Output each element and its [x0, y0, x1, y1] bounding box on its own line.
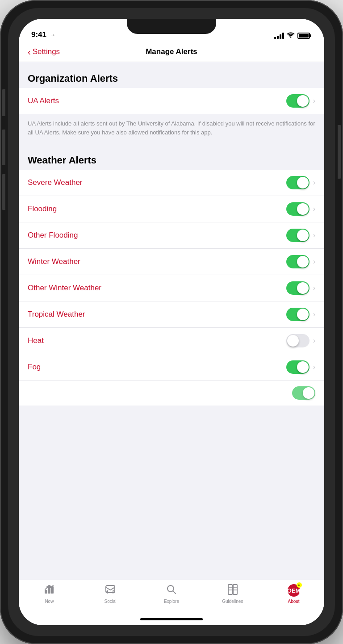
svg-rect-7	[233, 585, 237, 594]
phone-inner: 9:41 →	[8, 8, 335, 636]
now-icon	[43, 584, 55, 597]
page-title: Manage Alerts	[146, 47, 197, 56]
other-flooding-controls: ›	[286, 229, 315, 242]
tropical-weather-item[interactable]: Tropical Weather ›	[19, 301, 324, 328]
about-icon: OEM ✦	[287, 584, 301, 597]
ua-alerts-controls: ›	[286, 94, 315, 108]
weather-section-header: Weather Alerts	[19, 144, 324, 170]
heat-toggle[interactable]	[286, 334, 310, 347]
home-indicator	[19, 613, 324, 625]
tab-social[interactable]: Social	[80, 584, 141, 604]
org-section-header: Organization Alerts	[19, 62, 324, 88]
winter-weather-controls: ›	[286, 255, 315, 268]
org-alerts-list: UA Alerts ›	[19, 88, 324, 114]
ua-alerts-toggle[interactable]	[286, 94, 310, 108]
next-item-partial	[19, 381, 324, 406]
home-bar	[140, 618, 203, 620]
navigation-bar: ‹ Settings Manage Alerts	[19, 43, 324, 62]
winter-weather-toggle[interactable]	[286, 255, 310, 268]
other-flooding-item[interactable]: Other Flooding ›	[19, 222, 324, 249]
other-flooding-chevron-icon: ›	[313, 231, 315, 239]
svg-rect-6	[228, 585, 232, 594]
screen: 9:41 →	[19, 19, 324, 625]
next-item-toggle	[292, 386, 315, 400]
ua-alerts-chevron-icon: ›	[313, 97, 315, 105]
severe-weather-toggle[interactable]	[286, 176, 310, 189]
severe-weather-label: Severe Weather	[28, 178, 83, 187]
heat-controls: ›	[286, 334, 315, 347]
ua-alerts-description: UA Alerts include all alerts sent out by…	[28, 119, 315, 137]
silent-switch	[2, 174, 5, 210]
tropical-weather-controls: ›	[286, 308, 315, 321]
tropical-weather-chevron-icon: ›	[313, 310, 315, 318]
winter-weather-chevron-icon: ›	[313, 258, 315, 266]
fog-chevron-icon: ›	[313, 363, 315, 371]
ua-alerts-label: UA Alerts	[28, 96, 59, 105]
social-tab-label: Social	[105, 599, 117, 604]
now-tab-label: Now	[45, 599, 54, 604]
ua-alerts-item[interactable]: UA Alerts ›	[19, 88, 324, 114]
heat-label: Heat	[28, 336, 44, 345]
org-alerts-section: Organization Alerts UA Alerts ›	[19, 62, 324, 144]
guidelines-icon	[227, 584, 238, 597]
about-tab-label: About	[288, 599, 300, 604]
guidelines-tab-label: Guidelines	[222, 599, 243, 604]
tropical-weather-toggle[interactable]	[286, 308, 310, 321]
signal-icon	[274, 33, 284, 39]
power-button	[338, 125, 341, 179]
fog-toggle[interactable]	[286, 360, 310, 374]
status-icons	[274, 32, 310, 39]
fog-label: Fog	[28, 363, 41, 372]
toggle-knob	[297, 95, 309, 107]
flooding-chevron-icon: ›	[313, 205, 315, 213]
back-chevron-icon: ‹	[28, 47, 31, 57]
phone-frame: 9:41 →	[0, 0, 343, 644]
volume-down-button	[2, 130, 5, 165]
battery-icon	[297, 33, 310, 39]
flooding-item[interactable]: Flooding ›	[19, 196, 324, 222]
weather-alerts-section: Weather Alerts Severe Weather ›	[19, 144, 324, 406]
back-button[interactable]: ‹ Settings	[28, 47, 60, 57]
severe-weather-chevron-icon: ›	[313, 179, 315, 187]
flooding-label: Flooding	[28, 205, 57, 213]
social-icon	[105, 584, 116, 597]
tab-about[interactable]: OEM ✦ About	[263, 584, 324, 604]
tab-guidelines[interactable]: Guidelines	[202, 584, 263, 604]
tropical-weather-label: Tropical Weather	[28, 310, 85, 319]
fog-controls: ›	[286, 360, 315, 374]
winter-weather-item[interactable]: Winter Weather ›	[19, 249, 324, 275]
volume-up-button	[2, 89, 5, 116]
tab-now[interactable]: Now	[19, 584, 80, 604]
explore-tab-label: Explore	[164, 599, 179, 604]
notch	[127, 19, 216, 34]
next-item-controls	[292, 386, 315, 400]
severe-weather-controls: ›	[286, 176, 315, 189]
severe-weather-item[interactable]: Severe Weather ›	[19, 170, 324, 196]
other-winter-weather-chevron-icon: ›	[313, 284, 315, 292]
flooding-toggle[interactable]	[286, 202, 310, 216]
other-winter-weather-item[interactable]: Other Winter Weather ›	[19, 275, 324, 301]
flooding-controls: ›	[286, 202, 315, 216]
other-winter-weather-label: Other Winter Weather	[28, 284, 101, 293]
wifi-icon	[287, 32, 295, 39]
other-winter-weather-toggle[interactable]	[286, 281, 310, 295]
status-time: 9:41 →	[31, 30, 56, 39]
other-flooding-label: Other Flooding	[28, 231, 78, 240]
content-area: Organization Alerts UA Alerts ›	[19, 62, 324, 580]
explore-icon	[166, 584, 177, 597]
tab-bar: Now Social	[19, 580, 324, 613]
other-winter-weather-controls: ›	[286, 281, 315, 295]
other-flooding-toggle[interactable]	[286, 229, 310, 242]
back-label: Settings	[33, 47, 60, 56]
tab-explore[interactable]: Explore	[141, 584, 202, 604]
ua-alerts-description-box: UA Alerts include all alerts sent out by…	[19, 114, 324, 144]
location-icon: →	[50, 31, 56, 38]
heat-item[interactable]: Heat ›	[19, 328, 324, 354]
svg-rect-0	[45, 590, 47, 594]
fog-item[interactable]: Fog ›	[19, 354, 324, 381]
heat-chevron-icon: ›	[313, 337, 315, 345]
winter-weather-label: Winter Weather	[28, 257, 80, 266]
weather-alerts-list: Severe Weather › Flooding	[19, 170, 324, 406]
